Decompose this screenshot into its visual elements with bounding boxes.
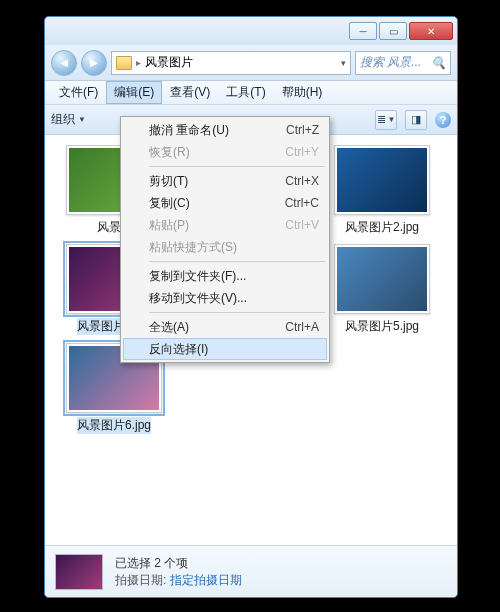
selection-thumb [55,554,103,590]
menu-file[interactable]: 文件(F) [51,81,106,104]
file-caption: 风景图片2.jpg [345,219,419,236]
menu-copy-to-folder[interactable]: 复制到文件夹(F)... [123,265,327,287]
menu-edit[interactable]: 编辑(E) [106,81,162,104]
help-icon[interactable]: ? [435,112,451,128]
breadcrumb[interactable]: ▸ 风景图片 ▾ [111,51,351,75]
preview-pane-button[interactable]: ◨ [405,110,427,130]
menu-undo[interactable]: 撤消 重命名(U)Ctrl+Z [123,119,327,141]
menu-cut[interactable]: 剪切(T)Ctrl+X [123,170,327,192]
file-item[interactable]: 风景图片2.jpg [319,145,445,236]
menu-help[interactable]: 帮助(H) [274,81,331,104]
status-date-value: 指定拍摄日期 [170,573,242,587]
minimize-button[interactable]: ─ [349,22,377,40]
file-item[interactable]: 风景图片5.jpg [319,244,445,335]
search-icon: 🔍 [431,56,446,70]
menu-select-all[interactable]: 全选(A)Ctrl+A [123,316,327,338]
menu-separator [149,312,325,313]
menu-separator [149,261,325,262]
file-caption: 风景图片5.jpg [345,318,419,335]
menu-view[interactable]: 查看(V) [162,81,218,104]
edit-menu-dropdown: 撤消 重命名(U)Ctrl+Z 恢复(R)Ctrl+Y 剪切(T)Ctrl+X … [120,116,330,363]
file-caption: 风景图片6.jpg [77,417,151,434]
menu-redo: 恢复(R)Ctrl+Y [123,141,327,163]
menu-paste-shortcut: 粘贴快捷方式(S) [123,236,327,258]
back-button[interactable]: ◄ [51,50,77,76]
organize-button[interactable]: 组织▼ [51,111,86,128]
forward-button[interactable]: ► [81,50,107,76]
view-options-button[interactable]: ≣▼ [375,110,397,130]
status-bar: 已选择 2 个项 拍摄日期: 指定拍摄日期 [45,545,457,597]
address-bar: ◄ ► ▸ 风景图片 ▾ 搜索 风景... 🔍 [45,45,457,81]
search-placeholder: 搜索 风景... [360,54,421,71]
status-date-label: 拍摄日期: [115,573,166,587]
status-count: 已选择 2 个项 [115,555,242,572]
file-thumbnail [334,244,430,314]
menu-invert-selection[interactable]: 反向选择(I) [123,338,327,360]
menu-separator [149,166,325,167]
folder-icon [116,56,132,70]
menu-tools[interactable]: 工具(T) [218,81,273,104]
maximize-button[interactable]: ▭ [379,22,407,40]
status-text: 已选择 2 个项 拍摄日期: 指定拍摄日期 [115,555,242,589]
file-thumbnail [334,145,430,215]
menu-paste: 粘贴(P)Ctrl+V [123,214,327,236]
search-input[interactable]: 搜索 风景... 🔍 [355,51,451,75]
titlebar: ─ ▭ ✕ [45,17,457,45]
chevron-down-icon[interactable]: ▾ [341,58,346,68]
menu-move-to-folder[interactable]: 移动到文件夹(V)... [123,287,327,309]
close-button[interactable]: ✕ [409,22,453,40]
menubar: 文件(F) 编辑(E) 查看(V) 工具(T) 帮助(H) [45,81,457,105]
menu-copy[interactable]: 复制(C)Ctrl+C [123,192,327,214]
breadcrumb-folder: 风景图片 [145,54,193,71]
chevron-right-icon: ▸ [136,57,141,68]
